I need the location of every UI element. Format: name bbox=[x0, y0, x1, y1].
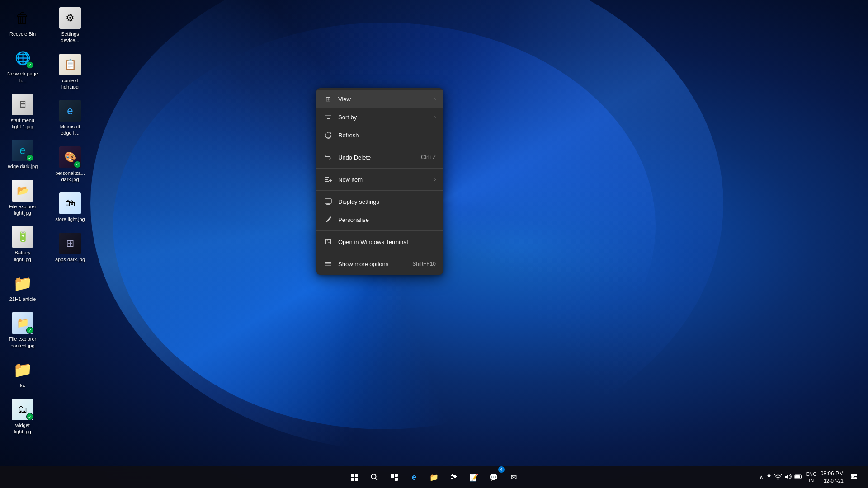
svg-rect-23 bbox=[851, 474, 854, 477]
battery-light-icon: 🔋 bbox=[12, 226, 33, 248]
svg-rect-25 bbox=[851, 477, 854, 479]
edge-dark-icon: e ✓ bbox=[12, 140, 33, 161]
settings-device-label: Settings device... bbox=[55, 31, 85, 44]
desktop: 🗑 Recycle Bin 🌐 ✓ Network page li... 🖥 s… bbox=[0, 0, 868, 488]
context-menu: ⊞ View › Sort by › Refresh bbox=[316, 88, 443, 275]
file-explorer-context-badge: ✓ bbox=[26, 327, 33, 334]
whatsapp-notification-badge: 4 bbox=[498, 466, 505, 473]
desktop-icon-file-explorer-context[interactable]: 📁 ✓ File explorer context.jpg bbox=[5, 310, 41, 352]
tray-wifi-icon[interactable] bbox=[774, 474, 782, 481]
taskbar-task-view-button[interactable] bbox=[385, 468, 403, 486]
svg-rect-19 bbox=[395, 478, 398, 481]
start-menu-light-label: start menu light 1.jpg bbox=[7, 117, 38, 130]
start-menu-light-icon: 🖥 bbox=[12, 94, 33, 115]
desktop-icon-context-light[interactable]: 📋 context light.jpg bbox=[52, 51, 88, 93]
view-arrow-icon: › bbox=[434, 97, 436, 102]
undo-delete-label: Undo Delete bbox=[338, 154, 415, 161]
store-light-icon: 🛍 bbox=[59, 192, 81, 214]
tray-language-indicator[interactable]: ENG IN bbox=[806, 471, 817, 484]
context-menu-item-windows-terminal[interactable]: Open in Windows Terminal bbox=[316, 233, 443, 251]
svg-rect-5 bbox=[325, 199, 331, 203]
taskbar-sticky-notes-button[interactable]: 📝 bbox=[465, 468, 483, 486]
display-settings-label: Display settings bbox=[338, 198, 436, 205]
desktop-icon-store-light[interactable]: 🛍 store light.jpg bbox=[52, 190, 88, 225]
context-menu-item-new-item[interactable]: New item › bbox=[316, 170, 443, 188]
21h1-article-label: 21H1 article bbox=[9, 296, 36, 302]
battery-light-label: Battery light.jpg bbox=[7, 249, 38, 263]
desktop-icon-widget-light[interactable]: 🗂 ✓ widget light.jpg bbox=[5, 396, 41, 438]
svg-rect-17 bbox=[391, 474, 394, 478]
context-menu-item-sort-by[interactable]: Sort by › bbox=[316, 108, 443, 126]
show-more-options-label: Show more options bbox=[338, 261, 407, 267]
context-menu-item-show-more-options[interactable]: Show more options Shift+F10 bbox=[316, 255, 443, 273]
clock-date: 12-07-21 bbox=[821, 478, 844, 484]
svg-rect-11 bbox=[351, 474, 354, 477]
desktop-icon-apps-dark[interactable]: ⊞ apps dark.jpg bbox=[52, 230, 88, 265]
microsoft-edge-li-icon: e bbox=[59, 100, 81, 122]
microsoft-edge-li-label: Microsoft edge li... bbox=[55, 123, 85, 136]
desktop-icon-kc[interactable]: 📁 kc bbox=[5, 356, 41, 391]
taskbar-search-button[interactable] bbox=[365, 468, 383, 486]
tray-hidden-icons-button[interactable]: ∧ bbox=[759, 474, 764, 481]
windows-terminal-icon bbox=[324, 237, 333, 246]
separator-4 bbox=[316, 230, 443, 231]
kc-label: kc bbox=[20, 382, 25, 389]
settings-device-icon: ⚙ bbox=[59, 7, 81, 29]
taskbar-edge-button[interactable]: e bbox=[405, 468, 423, 486]
tray-battery-icon[interactable] bbox=[794, 474, 802, 481]
personaliza-dark-label: personaliza... dark.jpg bbox=[55, 170, 85, 183]
svg-rect-0 bbox=[325, 177, 329, 178]
notification-center-button[interactable] bbox=[847, 474, 861, 481]
tray-language-code: ENG IN bbox=[806, 471, 817, 484]
recycle-bin-icon: 🗑 bbox=[12, 7, 33, 29]
widget-light-label: widget light.jpg bbox=[7, 422, 38, 435]
svg-rect-7 bbox=[326, 204, 330, 205]
taskbar-start-button[interactable] bbox=[345, 468, 363, 486]
desktop-icon-start-menu-light[interactable]: 🖥 start menu light 1.jpg bbox=[5, 91, 41, 133]
sort-by-arrow-icon: › bbox=[434, 115, 436, 120]
separator-3 bbox=[316, 190, 443, 191]
new-item-icon bbox=[324, 175, 333, 184]
clock-time: 08:06 PM bbox=[821, 470, 844, 478]
show-more-options-icon bbox=[324, 259, 333, 268]
svg-line-16 bbox=[376, 479, 378, 481]
svg-rect-6 bbox=[327, 204, 329, 205]
system-clock[interactable]: 08:06 PM 12-07-21 bbox=[821, 470, 844, 484]
svg-rect-26 bbox=[854, 477, 857, 479]
desktop-icon-battery-light[interactable]: 🔋 Battery light.jpg bbox=[5, 223, 41, 265]
21h1-article-icon: 📁 bbox=[12, 272, 33, 294]
refresh-label: Refresh bbox=[338, 132, 436, 139]
new-item-label: New item bbox=[338, 176, 429, 183]
context-menu-item-undo-delete[interactable]: Undo Delete Ctrl+Z bbox=[316, 148, 443, 166]
desktop-icon-settings-device[interactable]: ⚙ Settings device... bbox=[52, 5, 88, 47]
recycle-bin-label: Recycle Bin bbox=[9, 31, 36, 37]
taskbar-mail-button[interactable]: ✉ bbox=[505, 468, 523, 486]
context-menu-item-view[interactable]: ⊞ View › bbox=[316, 90, 443, 108]
tray-volume-icon[interactable] bbox=[784, 474, 792, 481]
context-menu-item-display-settings[interactable]: Display settings bbox=[316, 192, 443, 211]
desktop-icon-microsoft-edge-li[interactable]: e Microsoft edge li... bbox=[52, 97, 88, 139]
show-more-options-shortcut: Shift+F10 bbox=[412, 261, 436, 267]
view-label: View bbox=[338, 96, 429, 103]
taskbar-store-button[interactable]: 🛍 bbox=[445, 468, 463, 486]
context-menu-item-personalise[interactable]: Personalise bbox=[316, 211, 443, 229]
desktop-icon-21h1-article[interactable]: 📁 21H1 article bbox=[5, 270, 41, 305]
refresh-icon bbox=[324, 131, 333, 140]
separator-1 bbox=[316, 146, 443, 146]
taskbar-whatsapp-button[interactable]: 💬 4 bbox=[485, 468, 503, 486]
context-light-icon: 📋 bbox=[59, 54, 81, 75]
store-light-label: store light.jpg bbox=[55, 216, 85, 222]
context-light-label: context light.jpg bbox=[55, 77, 85, 90]
desktop-icon-personaliza-dark[interactable]: 🎨 ✓ personaliza... dark.jpg bbox=[52, 144, 88, 186]
context-menu-item-refresh[interactable]: Refresh bbox=[316, 126, 443, 144]
taskbar-file-explorer-button[interactable]: 📁 bbox=[425, 468, 443, 486]
desktop-icon-file-explorer-light[interactable]: 📂 File explorer light.jpg bbox=[5, 177, 41, 219]
tray-bluetooth-icon[interactable] bbox=[766, 473, 772, 482]
svg-point-15 bbox=[372, 474, 376, 479]
desktop-icon-recycle-bin[interactable]: 🗑 Recycle Bin bbox=[5, 5, 41, 40]
edge-dark-badge: ✓ bbox=[26, 154, 33, 161]
desktop-icon-edge-dark[interactable]: e ✓ edge dark.jpg bbox=[5, 137, 41, 172]
desktop-icon-network-page[interactable]: 🌐 ✓ Network page li... bbox=[5, 44, 41, 86]
display-settings-icon bbox=[324, 197, 333, 206]
file-explorer-light-icon: 📂 bbox=[12, 180, 33, 202]
